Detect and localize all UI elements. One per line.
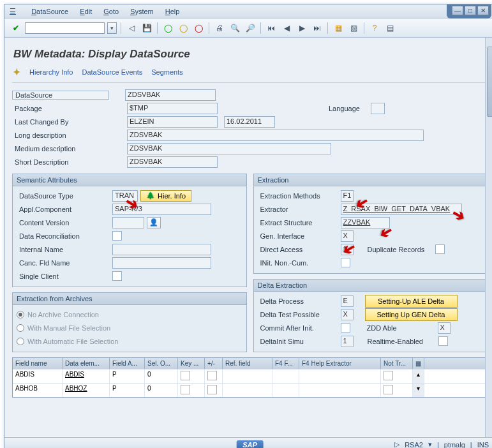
menu-edit[interactable]: Edit [80, 8, 92, 15]
zdd-field: X [438, 322, 451, 334]
save-icon[interactable]: 💾 [140, 22, 153, 34]
status-mode: INS [477, 441, 489, 449]
methods-label: Extraction Methods [258, 192, 341, 200]
dup-checkbox[interactable] [435, 244, 445, 254]
shortcut-icon[interactable]: ▧ [347, 22, 360, 34]
new-session-icon[interactable]: ▦ [332, 22, 345, 34]
find-next-icon[interactable]: 🔎 [244, 22, 257, 34]
structure-label: Extract Structure [258, 219, 341, 227]
meddesc-field: ZDSVBAK [127, 143, 331, 154]
col-selo[interactable]: Sel. O... [145, 358, 178, 369]
genint-label: Gen. Interface [258, 232, 341, 240]
col-key[interactable]: Key ... [178, 358, 205, 369]
menu-datasource[interactable]: DataSource [31, 8, 68, 15]
simu-label: DeltaInit Simu [258, 338, 341, 345]
statusbar: SAP ▷ RSA2▾ | ptmalg | INS [4, 437, 492, 448]
back-green-icon[interactable]: ◯ [161, 22, 174, 34]
table-row[interactable]: ABDIS ABDIS P 0 ▴ [13, 369, 487, 383]
last-page-icon[interactable]: ⏭ [311, 22, 324, 34]
status-tcode: RSA2 [405, 441, 423, 449]
layout-icon[interactable]: ▤ [384, 22, 396, 34]
table-row[interactable]: ABHOB ABHOZ P 0 ▾ [13, 383, 487, 397]
back-icon[interactable]: ◁ [125, 22, 138, 34]
ok-icon[interactable]: ✔ [10, 22, 22, 34]
simu-field: 1 [341, 336, 354, 347]
changed-date-field: 16.02.2011 [224, 116, 275, 128]
scroll-thumb[interactable] [487, 47, 492, 117]
minimize-button[interactable]: — [452, 6, 463, 15]
prev-page-icon[interactable]: ◀ [280, 22, 293, 34]
dup-label: Duplicate Records [365, 246, 435, 253]
commit-label: Commit After Init. [258, 324, 341, 332]
first-page-icon[interactable]: ⏮ [265, 22, 278, 34]
main-toolbar: ✔ ▾ ◁ 💾 ◯ ◯ ◯ 🖨 🔍 🔎 ⏮ ◀ ▶ ⏭ ▦ ▧ ? ▤ [4, 19, 492, 38]
shortdesc-label: Short Description [12, 158, 111, 166]
col-ref[interactable]: Ref. field [223, 358, 272, 369]
menubar: ☰ DataSource Edit Goto System Help [4, 4, 492, 19]
col-fielda[interactable]: Field A... [110, 358, 145, 369]
ale-delta-button[interactable]: Setting-Up ALE Delta [365, 295, 458, 308]
nottr-checkbox[interactable] [384, 371, 393, 380]
command-field[interactable] [25, 22, 105, 34]
print-icon[interactable]: 🖨 [213, 22, 226, 34]
direct-label: Direct Access [258, 246, 341, 253]
col-f4f[interactable]: F4 F... [272, 358, 299, 369]
dstype-field: TRAN [112, 190, 138, 202]
person-icon[interactable]: 👤 [147, 217, 161, 228]
cancel-icon[interactable]: ◯ [192, 22, 205, 34]
commit-checkbox[interactable] [341, 323, 350, 332]
close-button[interactable]: ✕ [477, 6, 489, 15]
nottr-checkbox[interactable] [384, 385, 393, 394]
link-segments[interactable]: Segments [151, 68, 183, 76]
col-config-icon[interactable]: ▦ [413, 358, 424, 369]
radio-auto [17, 338, 24, 345]
menu-help[interactable]: Help [165, 8, 180, 15]
maximize-button[interactable]: □ [465, 6, 476, 15]
genint-field: X [341, 230, 354, 242]
next-page-icon[interactable]: ▶ [295, 22, 308, 34]
pm-checkbox[interactable] [207, 385, 217, 394]
initnon-checkbox[interactable] [341, 258, 350, 267]
key-checkbox[interactable] [181, 371, 190, 380]
semantic-group: Semantic Attributes DataSource TypeTRAN🌲… [12, 174, 247, 287]
col-pm[interactable]: +/- [205, 358, 223, 369]
command-dropdown[interactable]: ▾ [107, 22, 117, 34]
archives-title: Extraction from Archives [13, 293, 246, 305]
cancfld-label: Canc. Fld Name [17, 259, 112, 267]
pm-checkbox[interactable] [207, 371, 217, 380]
link-hierarchy-info[interactable]: Hierarchy Info [29, 68, 73, 76]
help-icon[interactable]: ? [368, 22, 381, 34]
singleclient-checkbox[interactable] [112, 271, 122, 281]
find-icon[interactable]: 🔍 [228, 22, 241, 34]
radio-auto-label: With Automatic File Selection [27, 338, 118, 345]
extractor-field[interactable]: Z_RSAX_BIW_GET_DATA_VBAK [341, 204, 462, 215]
applcomp-label: Appl.Component [17, 205, 112, 213]
datarecon-checkbox[interactable] [112, 231, 122, 241]
menu-system[interactable]: System [130, 8, 154, 15]
delta-title: Delta Extraction [254, 280, 488, 292]
status-indicator-icon[interactable]: ▷ [394, 440, 399, 448]
key-checkbox[interactable] [181, 385, 190, 394]
tree-icon[interactable]: ⯌ [13, 68, 20, 76]
datarecon-label: Data Reconciliation [17, 232, 112, 240]
menu-goto[interactable]: Goto [103, 8, 119, 15]
col-dataelem[interactable]: Data elem... [63, 358, 110, 369]
status-user: ptmalg [444, 441, 465, 449]
exit-icon[interactable]: ◯ [177, 22, 190, 34]
app-toolbar: ⯌ Hierarchy Info DataSource Events Segme… [12, 66, 488, 83]
link-datasource-events[interactable]: DataSource Events [82, 68, 142, 76]
structure-field[interactable]: ZZVBAK [341, 217, 390, 228]
extractor-label: Extractor [258, 205, 341, 213]
gen-delta-button[interactable]: Setting Up GEN Delta [365, 308, 458, 321]
col-f4help[interactable]: F4 Help Extractor [299, 358, 381, 369]
methods-field: F1 [341, 190, 354, 202]
intname-label: Internal Name [17, 246, 112, 253]
deltatest-field: X [341, 309, 354, 320]
longdesc-label: Long description [12, 131, 111, 139]
vertical-scrollbar[interactable] [485, 38, 492, 437]
realtime-checkbox[interactable] [438, 336, 448, 346]
col-fieldname[interactable]: Field name [13, 358, 63, 369]
col-nottr[interactable]: Not Tr... [381, 358, 413, 369]
direct-field: 1 [341, 244, 354, 255]
hier-info-button[interactable]: 🌲Hier. Info [140, 190, 191, 202]
